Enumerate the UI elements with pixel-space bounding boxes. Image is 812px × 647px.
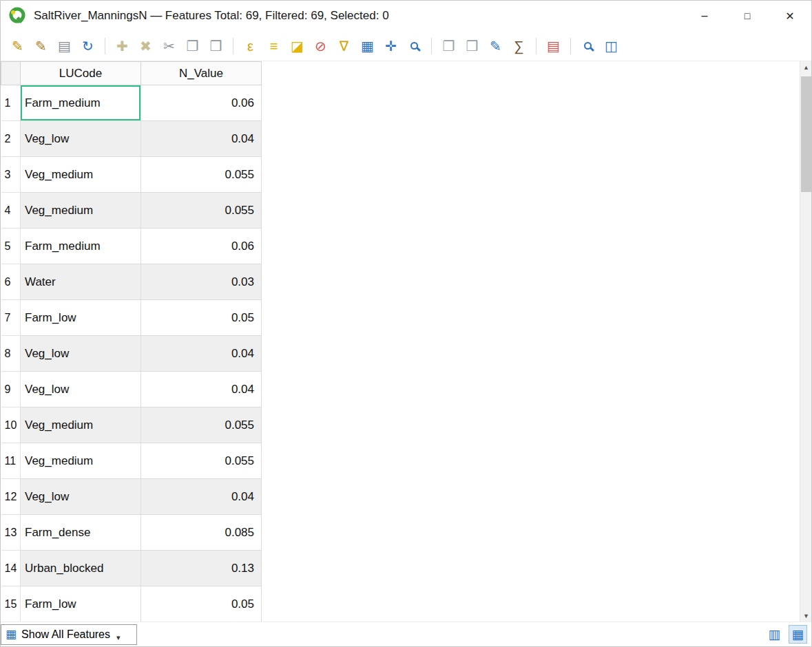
cell-nvalue[interactable]: 0.085 (141, 515, 262, 551)
cut-features-button[interactable]: ✂ (159, 36, 179, 56)
cell-lucode[interactable]: Farm_dense (21, 515, 141, 551)
cell-nvalue[interactable]: 0.04 (141, 336, 262, 372)
table-row: 5Farm_medium0.06 (1, 229, 262, 264)
row-number[interactable]: 1 (1, 85, 21, 121)
cell-lucode[interactable]: Veg_medium (21, 157, 141, 193)
row-number[interactable]: 14 (1, 551, 21, 586)
cell-lucode[interactable]: Veg_low (21, 121, 141, 157)
paste-icon: ❒ (466, 39, 479, 53)
table-row: 1Farm_medium0.06 (1, 85, 262, 121)
cell-nvalue[interactable]: 0.055 (141, 407, 262, 443)
filter-features-button[interactable]: ∇ (334, 36, 354, 56)
corner-header[interactable] (1, 62, 21, 85)
invert-selection-button[interactable]: ◪ (287, 36, 307, 56)
feature-filter-dropdown[interactable]: ▦ Show All Features ▾ (1, 624, 137, 645)
cell-nvalue[interactable]: 0.06 (141, 229, 262, 264)
cell-nvalue[interactable]: 0.05 (141, 586, 262, 622)
save-edits-button[interactable]: ▤ (54, 36, 74, 56)
select-all-button[interactable]: ≡ (264, 36, 284, 56)
table-row: 13Farm_dense0.085 (1, 515, 262, 551)
vertical-scrollbar[interactable]: ▲ ▼ (800, 61, 811, 622)
row-number[interactable]: 10 (1, 407, 21, 443)
copy-features-button[interactable]: ❐ (183, 36, 202, 56)
pan-arrows-icon: ✛ (385, 39, 397, 53)
table-row: 8Veg_low0.04 (1, 336, 262, 372)
filter-label: Show All Features (21, 628, 110, 641)
row-number[interactable]: 7 (1, 300, 21, 336)
add-feature-button[interactable]: ✚ (112, 36, 132, 56)
cell-lucode[interactable]: Water (21, 264, 141, 300)
cell-nvalue[interactable]: 0.055 (141, 193, 262, 229)
paste-cells-button[interactable]: ❒ (462, 36, 482, 56)
cell-lucode[interactable]: Veg_medium (21, 407, 141, 443)
scroll-up-arrow-icon[interactable]: ▲ (800, 61, 811, 73)
cell-lucode[interactable]: Veg_medium (21, 193, 141, 229)
cell-nvalue[interactable]: 0.04 (141, 121, 262, 157)
move-selection-to-top-button[interactable]: ▦ (357, 36, 377, 56)
row-number[interactable]: 4 (1, 193, 21, 229)
scrollbar-thumb[interactable] (801, 76, 811, 192)
table-row: 3Veg_medium0.055 (1, 157, 262, 193)
abacus-icon: ∑ (514, 39, 523, 53)
conditional-formatting-button[interactable]: ▤ (543, 36, 563, 56)
table-view-button[interactable]: ▦ (789, 625, 807, 644)
close-button[interactable]: ✕ (769, 1, 811, 31)
toolbar-separator (570, 38, 571, 54)
row-number[interactable]: 5 (1, 229, 21, 264)
cell-nvalue[interactable]: 0.04 (141, 479, 262, 515)
row-number[interactable]: 13 (1, 515, 21, 551)
copy-cells-button[interactable]: ❐ (439, 36, 459, 56)
row-number[interactable]: 8 (1, 336, 21, 372)
multiedit-mode-button[interactable]: ✎ (31, 36, 51, 56)
qgis-logo-icon (9, 7, 27, 25)
maximize-button[interactable]: □ (726, 1, 769, 31)
cell-lucode[interactable]: Farm_medium (21, 229, 141, 264)
cell-lucode[interactable]: Farm_low (21, 300, 141, 336)
cell-lucode[interactable]: Urban_blocked (21, 551, 141, 586)
select-by-expression-button[interactable]: ε (240, 36, 260, 56)
field-calculator-button[interactable]: ∑ (509, 36, 529, 56)
cell-lucode[interactable]: Veg_low (21, 372, 141, 407)
row-number[interactable]: 9 (1, 372, 21, 407)
cell-nvalue[interactable]: 0.04 (141, 372, 262, 407)
selection-top-icon: ▦ (361, 39, 374, 53)
delete-selected-features-button[interactable]: ✖ (136, 36, 156, 56)
row-number[interactable]: 12 (1, 479, 21, 515)
toggle-editing-button[interactable]: ✎ (8, 36, 28, 56)
cell-lucode[interactable]: Veg_low (21, 336, 141, 372)
cell-nvalue[interactable]: 0.13 (141, 551, 262, 586)
dropdown-arrow-icon: ▾ (116, 633, 121, 644)
pan-to-selection-button[interactable]: ✛ (381, 36, 401, 56)
table-view-icon: ▦ (792, 626, 804, 642)
column-header-nvalue[interactable]: N_Value (141, 62, 262, 85)
cell-lucode[interactable]: Farm_low (21, 586, 141, 622)
form-view-button[interactable]: ▥ (765, 625, 784, 644)
edit-attributes-button[interactable]: ✎ (486, 36, 506, 56)
row-number[interactable]: 15 (1, 586, 21, 622)
deselect-icon: ⊘ (315, 39, 326, 53)
cell-nvalue[interactable]: 0.05 (141, 300, 262, 336)
column-header-lucode[interactable]: LUCode (21, 62, 141, 85)
toolbar-separator (233, 38, 233, 54)
paste-icon: ❒ (210, 39, 222, 53)
cell-lucode[interactable]: Veg_low (21, 479, 141, 515)
cell-lucode[interactable]: Veg_medium (21, 443, 141, 479)
cell-lucode-selected[interactable]: Farm_medium (21, 85, 141, 121)
cell-nvalue[interactable]: 0.06 (141, 85, 262, 121)
row-number[interactable]: 11 (1, 443, 21, 479)
deselect-all-button[interactable]: ⊘ (311, 36, 331, 56)
row-number[interactable]: 3 (1, 157, 21, 193)
search-features-button[interactable] (578, 36, 598, 56)
refresh-icon: ↻ (82, 39, 94, 53)
cell-nvalue[interactable]: 0.03 (141, 264, 262, 300)
paste-features-button[interactable]: ❒ (206, 36, 226, 56)
reload-table-button[interactable]: ↻ (78, 36, 98, 56)
row-number[interactable]: 6 (1, 264, 21, 300)
cell-nvalue[interactable]: 0.055 (141, 443, 262, 479)
cell-nvalue[interactable]: 0.055 (141, 157, 262, 193)
minimize-button[interactable]: – (683, 1, 726, 31)
dock-attribute-table-button[interactable]: ◫ (601, 36, 621, 56)
row-number[interactable]: 2 (1, 121, 21, 157)
scroll-down-arrow-icon[interactable]: ▼ (800, 610, 811, 622)
zoom-to-selection-button[interactable] (404, 36, 424, 56)
